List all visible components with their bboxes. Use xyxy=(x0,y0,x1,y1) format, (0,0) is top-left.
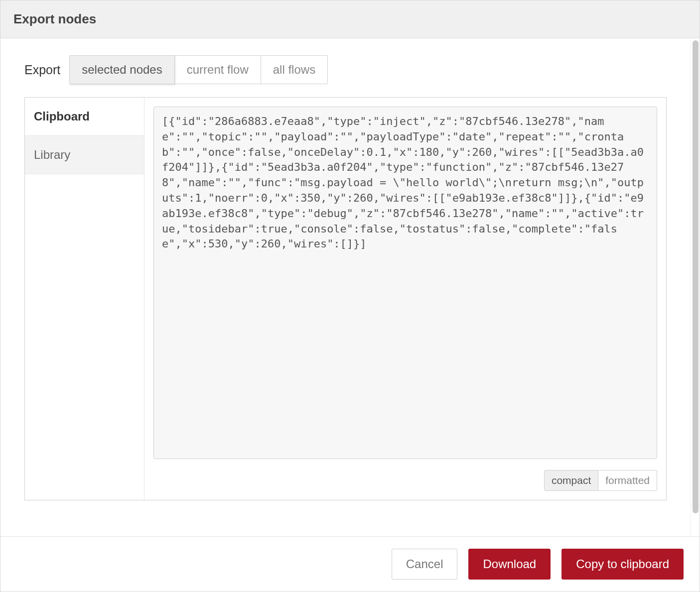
scope-selected-nodes-button[interactable]: selected nodes xyxy=(69,55,174,84)
export-main-area: compact formatted xyxy=(144,98,666,500)
format-compact-button[interactable]: compact xyxy=(544,470,598,491)
export-label: Export xyxy=(24,63,60,77)
dialog-header: Export nodes xyxy=(0,0,700,38)
export-scope-row: Export selected nodes current flow all f… xyxy=(24,55,667,84)
format-toggle-group: compact formatted xyxy=(544,470,657,491)
destination-sidebar: Clipboard Library xyxy=(25,98,144,500)
dialog-content: Export selected nodes current flow all f… xyxy=(0,38,691,536)
cancel-button[interactable]: Cancel xyxy=(392,549,458,580)
dialog-scrollbar[interactable] xyxy=(691,38,700,536)
format-toggle-row: compact formatted xyxy=(153,470,657,491)
export-json-textarea[interactable] xyxy=(153,107,657,459)
export-panel: Clipboard Library compact formatted xyxy=(24,97,667,500)
scope-all-flows-button[interactable]: all flows xyxy=(261,55,328,84)
scrollbar-thumb[interactable] xyxy=(693,40,699,513)
dialog-title: Export nodes xyxy=(13,11,96,26)
export-scope-group: selected nodes current flow all flows xyxy=(69,55,328,84)
dialog-body: Export selected nodes current flow all f… xyxy=(0,38,700,536)
format-formatted-button[interactable]: formatted xyxy=(598,470,657,491)
sidebar-tab-clipboard[interactable]: Clipboard xyxy=(25,98,144,136)
export-dialog: Export nodes Export selected nodes curre… xyxy=(0,0,700,592)
download-button[interactable]: Download xyxy=(468,549,551,580)
scope-current-flow-button[interactable]: current flow xyxy=(174,55,261,84)
copy-to-clipboard-button[interactable]: Copy to clipboard xyxy=(561,549,684,580)
sidebar-tab-library[interactable]: Library xyxy=(25,136,144,174)
dialog-footer: Cancel Download Copy to clipboard xyxy=(0,536,700,592)
